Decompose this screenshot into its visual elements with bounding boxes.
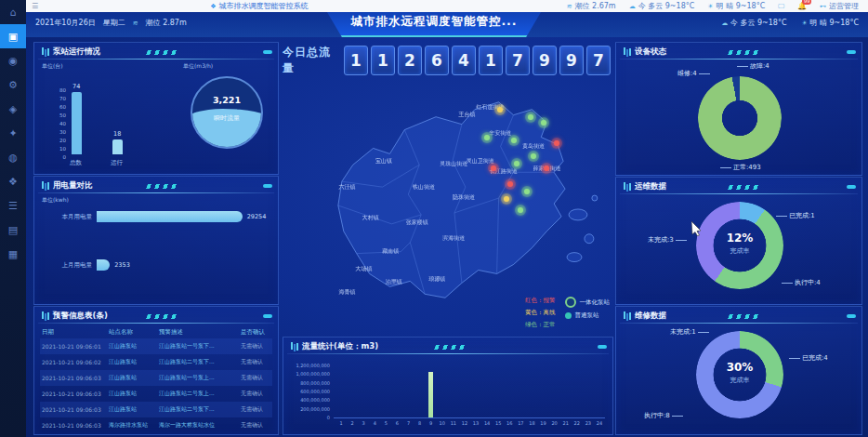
ops-management-button[interactable]: ⊷ 运营管理 [820,1,859,11]
header-decoration [145,184,178,189]
map-label: 灵珠山街道 [440,159,467,167]
sidebar-item-dashboard[interactable]: ▣ [0,24,26,48]
sidebar-item-list[interactable]: ☰ [0,193,26,218]
repair-callout: 维修:4 [677,69,712,78]
map-label: 泊里镇 [386,277,402,285]
flow-xtick: 14 [484,420,490,426]
header-right: ☁ 今 多云 9~18°C ☀ 明 晴 9~18°C [721,18,859,28]
ops-data-panel: 运维数据 12% 完成率 已完成:1 未完成:3 执行中:4 [615,177,862,305]
flow-digit-8: 9 [559,46,584,75]
legend-status-text: 黄色：离线 [525,309,556,317]
flow-xtick: 22 [574,420,580,426]
panel-header: 预警信息表(条) [34,307,278,324]
map-station-point-red[interactable] [507,181,513,187]
alarm-row[interactable]: 2021-10-21 09:06:03海尔路排水泵站海尔一路大桥泵站水位无需确认 [40,417,272,433]
panel-header: 维修数据 [616,307,861,324]
flow-digit-0: 1 [344,46,368,75]
notifications-button[interactable]: 🔔99 [797,2,807,10]
map-label: 藏南镇 [382,246,399,255]
map-label: 辛安街道 [489,128,511,137]
topbar: ☰ ❖ 城市排水调度智能管控系统 ≋ 潮位 2.67m ☁ 今 多云 9~18°… [26,0,868,12]
bar-chart-icon [42,311,44,319]
repair-done-callout: 已完成:4 [787,353,828,363]
panel-title: 泵站运行情况 [53,46,100,58]
alarm-table: 日期站点名称预警描述是否确认2021-10-21 09:06:01江山路泵站江山… [40,325,272,433]
repair-todo-callout: 未完成:1 [670,327,711,337]
header-left: 2021年10月26日 星期二 ≋ 潮位 2.87m [35,18,187,28]
pump-ytick: 80 [59,87,66,93]
tide-icon: ≋ [133,20,138,27]
sidebar-item-settings[interactable]: ⚙ [0,73,26,97]
tide-level: ≋ 潮位 2.67m [567,1,616,11]
map-station-point-red[interactable] [544,166,549,171]
ring-icon [565,297,576,308]
monitor-icon: 🖵 [778,3,784,10]
pump-bar-运行 [112,139,123,154]
map-station-point-green[interactable] [484,135,490,140]
map-station-point-yellow[interactable] [504,196,509,202]
map-station-point-red[interactable] [491,166,496,171]
gauge-value: 3,221 [192,95,261,105]
alarm-row[interactable]: 2021-10-21 09:06:03江山路泵站江山路泵站一号泵上...无需确认 [40,370,272,386]
instant-flow-gauge: 3,221 瞬时流量 [191,76,263,149]
sun-icon: ☀ [707,3,713,10]
alarm-row[interactable]: 2021-10-21 09:06:03江山路泵站江山路泵站二号泵下...无需确认 [40,402,272,417]
sidebar-item-station[interactable]: ❖ [0,169,26,193]
map-station-point-green[interactable] [531,153,536,159]
map-station-point-green[interactable] [514,161,519,166]
screen-mode-button[interactable]: 🖵 [778,3,784,10]
flow-ytick: 200,000,000 [287,406,330,412]
map-station-point-green[interactable] [541,120,546,126]
repair-percent: 30% [696,361,783,374]
alarm-cell: 江山路泵站二号泵下... [159,405,241,414]
collapse-menu-icon[interactable]: ☰ [32,2,38,10]
header-decoration [145,314,178,319]
alarm-row[interactable]: 2021-10-21 09:06:01江山路泵站江山路泵站一号泵下...无需确认 [40,338,272,354]
map-station-point-green[interactable] [528,114,533,120]
map-station-point-green[interactable] [518,207,523,213]
alarm-cell: 江山路泵站二号泵上... [159,390,241,398]
map-station-point-yellow[interactable] [497,107,503,113]
mouse-cursor [691,221,702,236]
app-logo-icon: ❖ [210,3,216,10]
map-label: 大村镇 [362,213,379,221]
panel-header: 用电量对比 [34,177,278,193]
valve-icon: ◍ [8,152,18,164]
alarm-row[interactable]: 2021-10-21 09:06:02江山路泵站江山路泵站二号泵下...无需确认 [40,354,272,370]
header-cap [847,185,856,189]
flow-xtick: 21 [563,420,569,426]
power-row-value: 29254 [247,213,267,220]
system-title: 城市排水调度智能管控系统 [218,1,308,11]
sidebar-item-monitor[interactable]: ◉ [0,48,26,73]
unit-label: 单位(kwh) [42,196,69,205]
alarm-row[interactable]: 2021-10-21 09:06:03江山路泵站江山路泵站二号泵上...无需确认 [40,386,272,402]
sidebar: ⌂▣◉⚙◈✦◍❖☰▤▦ [0,0,26,437]
sidebar-item-config[interactable]: ▦ [0,242,26,266]
alarm-cell: 无需确认 [241,358,272,366]
flow-xtick: 3 [362,420,365,426]
header-cap [263,50,272,54]
flow-xtick: 1 [339,420,342,426]
map-station-point-green[interactable] [511,138,517,143]
panel-title: 用电量对比 [53,180,93,192]
user-icon: ⊷ [820,3,826,10]
sidebar-item-home[interactable]: ⌂ [0,0,26,24]
sidebar-item-device[interactable]: ◈ [0,97,26,121]
alarm-cell: 无需确认 [241,390,272,398]
topbar-right: ≋ 潮位 2.67m ☁ 今 多云 9~18°C ☀ 明 晴 9~18°C 🖵 … [567,1,859,11]
header-weather-tomorrow-text: 明 晴 9~18°C [809,19,859,27]
map-station-point-green[interactable] [524,189,530,194]
flow-xtick: 2 [351,420,354,426]
alarm-cell: 海尔路排水泵站 [109,421,159,430]
total-flow-row: 今日总流量 1126417997 [283,45,613,76]
alarm-col-0: 日期 [40,328,109,337]
sidebar-item-pump[interactable]: ✦ [0,121,26,145]
sidebar-item-report[interactable]: ▤ [0,218,26,242]
sidebar-item-valve[interactable]: ◍ [0,145,26,169]
alarm-col-3: 是否确认 [241,328,272,337]
map-station-point-red[interactable] [554,140,559,146]
legend-type-item: 一体化泵站 [565,297,611,308]
pump-ytick: 50 [59,113,66,118]
power-row-1: 上月用电量2353 [44,258,270,271]
power-row-0: 本月用电量29254 [44,210,270,223]
